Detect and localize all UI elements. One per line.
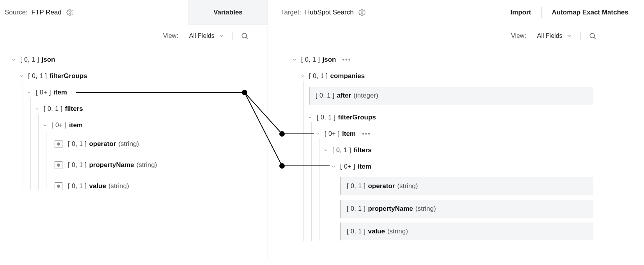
- cardinality: [ 0+ ]: [36, 89, 51, 96]
- view-label: View:: [163, 32, 178, 39]
- tree-leaf-propertyname[interactable]: [ 0, 1 ] propertyName (string): [340, 200, 593, 218]
- more-icon[interactable]: •••: [342, 56, 351, 63]
- variables-tab-label: Variables: [213, 9, 243, 16]
- tree-node-json[interactable]: [ 0, 1 ] json: [0, 52, 268, 68]
- chevron-down-icon[interactable]: [566, 33, 572, 39]
- cardinality: [ 0+ ]: [325, 130, 340, 137]
- node-name: item: [69, 121, 83, 129]
- tree-node-item[interactable]: [ 0+ ] item: [289, 158, 640, 175]
- tree-leaf-operator[interactable]: [ 0, 1 ] operator (string): [340, 177, 593, 195]
- node-type: (string): [397, 182, 418, 190]
- automap-button[interactable]: Automap Exact Matches: [542, 9, 639, 16]
- node-type: (string): [415, 205, 436, 213]
- field-marker-icon[interactable]: [55, 161, 62, 169]
- tree-node-item[interactable]: [ 0+ ] item: [0, 117, 268, 133]
- svg-point-0: [69, 12, 71, 14]
- mapping-header: Source: FTP Read Variables Target: HubSp…: [0, 0, 644, 25]
- chevron-down-icon[interactable]: [19, 73, 24, 79]
- source-label: Source:: [5, 9, 28, 16]
- variables-tab[interactable]: Variables: [188, 0, 268, 25]
- chevron-down-icon[interactable]: [218, 33, 224, 39]
- cardinality: [ 0, 1 ]: [28, 73, 47, 80]
- node-name: value: [368, 228, 385, 235]
- chevron-down-icon[interactable]: [323, 148, 328, 153]
- svg-line-3: [246, 37, 248, 39]
- view-value: All Fields: [189, 32, 215, 39]
- field-marker-icon[interactable]: [55, 140, 62, 148]
- cardinality: [ 0, 1 ]: [301, 56, 320, 63]
- search-icon[interactable]: [232, 32, 248, 40]
- cardinality: [ 0, 1 ]: [44, 105, 62, 112]
- import-button[interactable]: Import: [500, 9, 541, 16]
- chevron-down-icon[interactable]: [292, 57, 297, 62]
- more-icon[interactable]: •••: [362, 130, 371, 137]
- filter-bar: View: All Fields View: All Fields: [0, 25, 644, 52]
- node-name: item: [358, 163, 371, 171]
- tree-node-filtergroups[interactable]: [ 0, 1 ] filterGroups: [289, 109, 640, 126]
- svg-point-9: [279, 131, 285, 137]
- tree-node-filtergroups[interactable]: [ 0, 1 ] filterGroups: [0, 68, 268, 84]
- svg-line-5: [594, 37, 596, 39]
- svg-point-4: [590, 33, 594, 38]
- node-name: operator: [368, 182, 395, 190]
- cardinality: [ 0, 1 ]: [68, 162, 87, 169]
- tree-leaf-operator[interactable]: [ 0, 1 ] operator (string): [0, 133, 268, 155]
- svg-point-1: [361, 12, 363, 14]
- node-name: filterGroups: [49, 72, 87, 80]
- target-tree: [ 0, 1 ] json ••• [ 0, 1 ] companies [ 0…: [289, 52, 640, 245]
- node-type: (string): [108, 182, 129, 190]
- tree-node-json[interactable]: [ 0, 1 ] json •••: [289, 52, 640, 68]
- target-header: Target: HubSpot Search: [281, 0, 365, 25]
- tree-leaf-propertyname[interactable]: [ 0, 1 ] propertyName (string): [0, 155, 268, 176]
- cardinality: [ 0, 1 ]: [68, 141, 87, 148]
- gear-icon[interactable]: [358, 9, 365, 16]
- top-actions: Import Automap Exact Matches: [500, 0, 639, 25]
- chevron-down-icon[interactable]: [315, 131, 321, 137]
- chevron-down-icon[interactable]: [300, 73, 305, 79]
- node-name: after: [337, 92, 351, 100]
- tree-node-filters[interactable]: [ 0, 1 ] filters: [289, 142, 640, 158]
- target-label: Target:: [281, 9, 301, 16]
- node-type: (string): [387, 228, 408, 235]
- source-view-filter: View: All Fields: [163, 32, 248, 40]
- chevron-down-icon[interactable]: [331, 164, 336, 169]
- tree-node-filters[interactable]: [ 0, 1 ] filters: [0, 101, 268, 117]
- chevron-down-icon[interactable]: [307, 115, 313, 120]
- cardinality: [ 0, 1 ]: [68, 183, 87, 190]
- node-name: value: [89, 182, 106, 190]
- panel-divider: [268, 26, 268, 261]
- node-name: filterGroups: [338, 114, 376, 121]
- chevron-down-icon[interactable]: [27, 90, 32, 95]
- cardinality: [ 0+ ]: [51, 122, 67, 129]
- svg-point-12: [279, 163, 285, 169]
- chevron-down-icon[interactable]: [11, 57, 16, 62]
- svg-point-2: [242, 33, 247, 38]
- tree-node-item[interactable]: [ 0+ ] item •••: [289, 126, 640, 142]
- search-icon[interactable]: [580, 32, 596, 40]
- tree-leaf-value[interactable]: [ 0, 1 ] value (string): [340, 222, 593, 240]
- chevron-down-icon[interactable]: [42, 123, 48, 128]
- node-name: operator: [89, 140, 116, 148]
- target-value: HubSpot Search: [305, 9, 354, 16]
- tree-node-item[interactable]: [ 0+ ] item: [0, 84, 268, 101]
- view-value: All Fields: [537, 32, 562, 39]
- node-type: (string): [118, 140, 139, 148]
- tree-leaf-value[interactable]: [ 0, 1 ] value (string): [0, 176, 268, 197]
- node-type: (string): [137, 161, 157, 169]
- source-header: Source: FTP Read: [0, 9, 187, 16]
- tree-node-companies[interactable]: [ 0, 1 ] companies: [289, 68, 640, 84]
- gear-icon[interactable]: [66, 9, 73, 16]
- chevron-down-icon[interactable]: [34, 106, 40, 112]
- node-name: item: [53, 89, 67, 96]
- node-name: json: [41, 56, 55, 64]
- tree-leaf-after[interactable]: [ 0, 1 ] after (integer): [309, 87, 593, 105]
- cardinality: [ 0, 1 ]: [347, 228, 365, 235]
- cardinality: [ 0, 1 ]: [317, 114, 335, 121]
- cardinality: [ 0+ ]: [340, 163, 355, 170]
- node-name: filters: [353, 146, 371, 154]
- node-name: propertyName: [89, 161, 134, 169]
- view-label: View:: [511, 32, 526, 39]
- node-type: (integer): [353, 92, 378, 100]
- field-marker-icon[interactable]: [55, 182, 62, 190]
- target-view-filter: View: All Fields: [511, 32, 596, 40]
